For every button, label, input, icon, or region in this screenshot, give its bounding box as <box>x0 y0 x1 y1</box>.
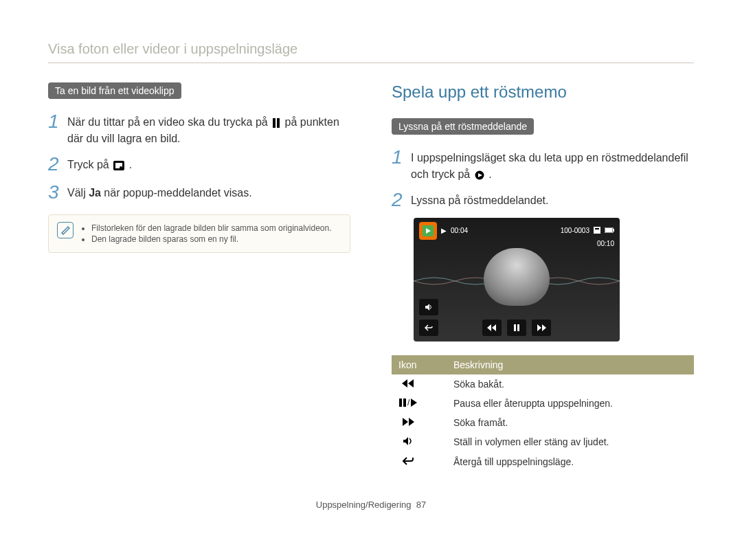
chip-listen-voice: Lyssna på ett röstmeddelande <box>392 118 534 135</box>
play-circle-icon <box>475 170 484 180</box>
desc-cell: Pausa eller återuppta uppspelningen. <box>447 394 694 413</box>
svg-rect-8 <box>594 227 600 234</box>
note-item: Filstorleken för den lagrade bilden blir… <box>91 223 332 233</box>
r-step1-text-b: . <box>488 168 491 180</box>
table-row: Söka bakåt. <box>392 374 694 394</box>
step-1: 1 När du tittar på en video ska du tryck… <box>48 111 350 147</box>
step-2: 2 Tryck på . <box>48 154 350 175</box>
svg-marker-26 <box>403 418 408 426</box>
forward-button <box>532 320 551 336</box>
battery-icon <box>605 227 614 234</box>
svg-marker-19 <box>542 324 546 331</box>
svg-marker-28 <box>403 437 408 445</box>
step3-bold: Ja <box>89 187 101 199</box>
section-heading: Spela upp ett röstmemo <box>392 82 694 102</box>
voice-player-screenshot: ▶ 00:04 100-0003 00:10 <box>414 218 620 341</box>
table-row: / Pausa eller återuppta uppspelningen. <box>392 394 694 413</box>
chip-capture-frame: Ta en bild från ett videoklipp <box>48 82 181 99</box>
svg-text:/: / <box>407 399 410 407</box>
svg-rect-11 <box>605 228 612 232</box>
table-row: Återgå till uppspelningsläge. <box>392 452 694 472</box>
svg-marker-25 <box>411 399 417 407</box>
pause-button <box>507 320 526 336</box>
desc-cell: Ställ in volymen eller stäng av ljudet. <box>447 432 694 452</box>
microphone-graphic <box>484 248 550 306</box>
page-title: Visa foton eller videor i uppspelningslä… <box>48 41 694 63</box>
svg-marker-13 <box>425 304 429 311</box>
svg-marker-20 <box>408 379 414 388</box>
svg-marker-27 <box>409 418 414 426</box>
step3-text-a: Välj <box>67 187 89 199</box>
svg-rect-0 <box>273 118 276 128</box>
r-step1-text-a: I uppspelningsläget ska du leta upp en r… <box>411 152 688 180</box>
forward-icon <box>398 418 418 426</box>
th-icon: Ikon <box>392 355 447 374</box>
th-desc: Beskrivning <box>447 355 694 374</box>
back-button <box>419 320 438 336</box>
svg-marker-18 <box>537 324 541 331</box>
step-1-right: 1 I uppspelningsläget ska du leta upp en… <box>392 147 694 183</box>
step-number: 2 <box>48 154 67 175</box>
file-index: 100-0003 <box>561 227 589 234</box>
return-icon <box>398 456 418 466</box>
r-step2-text: Lyssna på röstmeddelandet. <box>411 190 548 209</box>
volume-icon <box>398 436 418 446</box>
svg-marker-21 <box>402 379 407 388</box>
desc-cell: Söka bakåt. <box>447 374 694 394</box>
desc-cell: Återgå till uppspelningsläge. <box>447 452 694 472</box>
rewind-icon <box>398 379 418 388</box>
desc-cell: Söka framåt. <box>447 413 694 432</box>
svg-marker-15 <box>487 324 491 331</box>
svg-rect-1 <box>277 118 280 128</box>
svg-rect-12 <box>613 229 614 232</box>
note-box: Filstorleken för den lagrade bilden blir… <box>48 214 350 253</box>
total-time: 00:10 <box>597 240 614 247</box>
svg-marker-14 <box>492 324 496 331</box>
pause-icon <box>272 118 280 128</box>
play-indicator-icon: ▶ <box>441 227 447 234</box>
note-item: Den lagrade bilden sparas som en ny fil. <box>91 234 332 244</box>
step3-text-b: när popup-meddelandet visas. <box>101 187 252 199</box>
step2-text-a: Tryck på <box>67 159 112 170</box>
step-number: 1 <box>48 111 67 133</box>
step1-text-a: När du tittar på en video ska du trycka … <box>67 116 271 128</box>
step-2-right: 2 Lyssna på röstmeddelandet. <box>392 190 694 211</box>
svg-rect-17 <box>517 324 519 331</box>
table-row: Ställ in volymen eller stäng av ljudet. <box>392 432 694 452</box>
footer-page-number: 87 <box>416 500 426 510</box>
step-number: 1 <box>392 147 411 168</box>
step-number: 2 <box>392 190 411 211</box>
step-number: 3 <box>48 182 67 203</box>
right-column: Spela upp ett röstmemo Lyssna på ett rös… <box>392 82 694 472</box>
svg-marker-7 <box>426 228 431 234</box>
elapsed-time: 00:04 <box>451 227 468 234</box>
volume-button <box>419 299 438 315</box>
step2-text-b: . <box>129 159 132 170</box>
svg-point-4 <box>120 166 122 169</box>
svg-rect-23 <box>403 399 406 407</box>
svg-rect-9 <box>595 228 599 229</box>
icon-description-table: Ikon Beskrivning Söka bakåt. / Pausa ell… <box>392 355 694 472</box>
memo-icon <box>594 227 600 235</box>
step-3: 3 Välj Ja när popup-meddelandet visas. <box>48 182 350 203</box>
note-icon <box>57 222 74 238</box>
capture-icon <box>113 161 124 170</box>
table-row: Söka framåt. <box>392 413 694 432</box>
svg-rect-16 <box>514 324 516 331</box>
left-column: Ta en bild från ett videoklipp 1 När du … <box>48 82 350 472</box>
page-footer: Uppspelning/Redigering 87 <box>48 500 694 510</box>
footer-section: Uppspelning/Redigering <box>316 500 412 510</box>
svg-rect-22 <box>399 399 402 407</box>
pause-play-icon: / <box>398 399 418 407</box>
rewind-button <box>482 320 502 336</box>
player-thumb <box>419 222 437 240</box>
